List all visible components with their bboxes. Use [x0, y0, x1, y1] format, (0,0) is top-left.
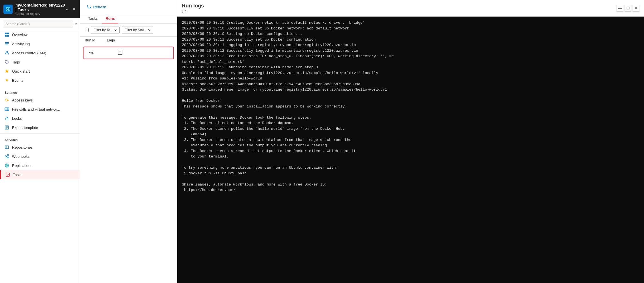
overview-icon	[5, 32, 9, 37]
services-section-label: Services	[0, 135, 80, 143]
app-title: myContainerRegistry1220 | Tasks	[15, 3, 65, 12]
firewalls-label: Firewalls and virtual networ...	[12, 107, 60, 111]
sidebar-item-repositories[interactable]: Repositories	[0, 143, 80, 152]
app-header: CR myContainerRegistry1220 | Tasks Conta…	[0, 0, 80, 18]
svg-rect-2	[5, 33, 7, 34]
search-bar: «	[0, 18, 80, 30]
svg-rect-25	[5, 146, 9, 149]
run-logs-subtitle: cf4	[182, 9, 204, 13]
svg-rect-3	[7, 33, 9, 34]
logs-icon[interactable]	[117, 49, 123, 56]
refresh-label: Refresh	[93, 5, 106, 9]
tasks-panel: Refresh Tasks Runs Filter by Ta... Filte…	[80, 0, 177, 283]
svg-line-30	[7, 156, 7, 156]
tasks-icon	[5, 172, 10, 177]
svg-point-12	[5, 99, 7, 101]
events-icon	[5, 78, 9, 83]
filter-by-status-dropdown[interactable]: Filter by Stat...	[122, 27, 153, 33]
svg-rect-5	[7, 35, 9, 37]
webhooks-label: Webhooks	[12, 154, 29, 159]
minimize-btn[interactable]: —	[617, 5, 623, 12]
webhooks-icon	[5, 154, 9, 159]
events-label: Events	[12, 78, 23, 83]
svg-point-10	[6, 61, 6, 61]
settings-section-label: Settings	[0, 87, 80, 95]
tab-tasks[interactable]: Tasks	[85, 14, 101, 23]
sidebar-item-export-template[interactable]: Export template	[0, 123, 80, 132]
close-btn[interactable]: ✕	[633, 5, 639, 12]
sidebar-item-tags[interactable]: Tags	[0, 57, 80, 67]
replications-icon	[5, 163, 9, 168]
locks-icon	[5, 116, 9, 121]
svg-point-27	[5, 156, 7, 157]
collapse-btn[interactable]: «	[75, 22, 77, 26]
svg-rect-6	[5, 42, 9, 43]
filter-by-task-dropdown[interactable]: Filter by Ta...	[91, 27, 120, 33]
run-id-column-header: Run Id	[85, 38, 95, 42]
svg-rect-20	[6, 118, 8, 120]
sidebar-item-activity-log[interactable]: Activity log	[0, 39, 80, 48]
firewalls-icon	[5, 107, 9, 111]
sidebar-item-access-keys[interactable]: Access keys	[0, 95, 80, 105]
export-template-icon	[5, 125, 9, 130]
run-id-value: cf4	[89, 51, 106, 55]
quick-start-icon	[5, 69, 9, 73]
svg-rect-4	[5, 35, 7, 37]
locks-label: Locks	[12, 116, 22, 121]
run-logs-panel: Run logs cf4 — ❐ ✕ 2020/03/09 20:30:10 C…	[177, 0, 644, 283]
tab-runs[interactable]: Runs	[102, 14, 118, 23]
activity-log-icon	[5, 41, 9, 46]
replications-label: Replications	[12, 164, 32, 168]
select-all-checkbox[interactable]	[85, 28, 89, 32]
activity-log-label: Activity log	[12, 42, 30, 46]
search-input[interactable]	[3, 21, 73, 27]
restore-btn[interactable]: ❐	[625, 5, 631, 12]
svg-rect-8	[5, 45, 8, 45]
svg-line-31	[7, 157, 7, 157]
chevron-down-status-icon	[148, 29, 151, 31]
sidebar-item-tasks[interactable]: Tasks	[0, 170, 80, 179]
svg-point-28	[7, 155, 9, 156]
app-icon: CR	[3, 5, 13, 14]
quick-start-label: Quick start	[12, 69, 30, 73]
run-row-cf4[interactable]: cf4	[84, 47, 174, 59]
sidebar: CR myContainerRegistry1220 | Tasks Conta…	[0, 0, 80, 283]
sidebar-item-quick-start[interactable]: Quick start	[0, 67, 80, 76]
run-logs-header: Run logs cf4 — ❐ ✕	[177, 0, 644, 17]
sidebar-item-replications[interactable]: Replications	[0, 161, 80, 170]
chevron-down-icon	[114, 29, 117, 31]
close-panel-btn[interactable]: ✕	[71, 6, 77, 12]
run-logs-title: Run logs	[182, 3, 204, 9]
table-header: Run Id Logs	[80, 37, 177, 44]
refresh-icon	[87, 5, 92, 9]
repositories-icon	[5, 145, 9, 150]
collapse-sidebar-btn[interactable]: «	[65, 6, 69, 12]
tasks-panel-header: Refresh	[80, 0, 177, 14]
sidebar-item-events[interactable]: Events	[0, 76, 80, 85]
tabs-row: Tasks Runs	[80, 14, 177, 24]
access-keys-label: Access keys	[12, 98, 33, 102]
access-control-label: Access control (IAM)	[12, 51, 46, 55]
svg-text:CR: CR	[6, 8, 11, 11]
repositories-label: Repositories	[12, 145, 33, 150]
filter-row: Filter by Ta... Filter by Stat...	[80, 24, 177, 37]
tags-label: Tags	[12, 60, 20, 64]
svg-rect-35	[118, 50, 122, 55]
svg-marker-11	[5, 69, 9, 73]
export-template-label: Export template	[12, 125, 38, 130]
refresh-button[interactable]: Refresh	[85, 3, 109, 10]
overview-label: Overview	[12, 33, 27, 37]
log-content: 2020/03/09 20:30:10 Creating Docker netw…	[177, 17, 644, 283]
sidebar-item-overview[interactable]: Overview	[0, 30, 80, 39]
sidebar-item-locks[interactable]: Locks	[0, 114, 80, 123]
tasks-label: Tasks	[13, 173, 22, 177]
sidebar-item-access-control[interactable]: Access control (IAM)	[0, 48, 80, 57]
access-control-icon	[5, 51, 9, 55]
access-keys-icon	[5, 98, 9, 102]
logs-column-header: Logs	[107, 38, 115, 42]
sidebar-item-firewalls[interactable]: Firewalls and virtual networ...	[0, 105, 80, 114]
svg-point-9	[6, 51, 8, 53]
tags-icon	[5, 60, 9, 64]
svg-point-29	[7, 157, 9, 158]
sidebar-item-webhooks[interactable]: Webhooks	[0, 152, 80, 161]
